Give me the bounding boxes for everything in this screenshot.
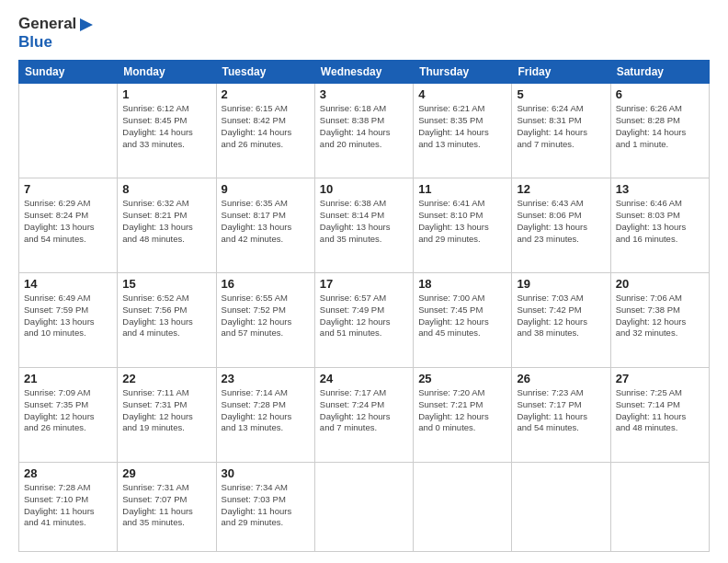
calendar-week-row: 28Sunrise: 7:28 AM Sunset: 7:10 PM Dayli… [19, 462, 710, 551]
day-info: Sunrise: 7:28 AM Sunset: 7:10 PM Dayligh… [24, 482, 112, 529]
day-number: 21 [24, 372, 112, 385]
day-number: 9 [222, 182, 310, 196]
day-number: 27 [616, 372, 704, 385]
day-info: Sunrise: 7:11 AM Sunset: 7:31 PM Dayligh… [122, 387, 210, 434]
calendar-cell: 22Sunrise: 7:11 AM Sunset: 7:31 PM Dayli… [118, 368, 216, 463]
day-number: 12 [517, 182, 605, 196]
day-number: 2 [222, 87, 310, 101]
svg-marker-0 [80, 18, 93, 31]
day-info: Sunrise: 6:18 AM Sunset: 8:38 PM Dayligh… [320, 103, 408, 150]
calendar-cell: 24Sunrise: 7:17 AM Sunset: 7:24 PM Dayli… [314, 368, 413, 463]
calendar-cell: 6Sunrise: 6:26 AM Sunset: 8:28 PM Daylig… [610, 84, 709, 178]
logo-general: General [18, 15, 95, 33]
calendar-cell: 19Sunrise: 7:03 AM Sunset: 7:42 PM Dayli… [512, 273, 610, 368]
calendar-cell [314, 462, 413, 551]
calendar-cell: 7Sunrise: 6:29 AM Sunset: 8:24 PM Daylig… [19, 178, 118, 273]
day-number: 4 [418, 87, 506, 101]
day-number: 15 [122, 277, 210, 291]
day-info: Sunrise: 6:57 AM Sunset: 7:49 PM Dayligh… [320, 293, 408, 339]
weekday-header-row: SundayMondayTuesdayWednesdayThursdayFrid… [19, 61, 710, 84]
day-info: Sunrise: 6:24 AM Sunset: 8:31 PM Dayligh… [517, 103, 605, 150]
day-info: Sunrise: 6:38 AM Sunset: 8:14 PM Dayligh… [320, 198, 408, 245]
day-number: 16 [222, 277, 310, 291]
day-info: Sunrise: 6:26 AM Sunset: 8:28 PM Dayligh… [616, 103, 704, 150]
weekday-header: Monday [118, 61, 216, 84]
day-number: 22 [122, 372, 210, 385]
calendar-cell: 15Sunrise: 6:52 AM Sunset: 7:56 PM Dayli… [118, 273, 216, 368]
day-number: 5 [517, 87, 605, 101]
calendar: SundayMondayTuesdayWednesdayThursdayFrid… [18, 60, 710, 552]
calendar-cell: 10Sunrise: 6:38 AM Sunset: 8:14 PM Dayli… [314, 178, 413, 273]
calendar-week-row: 7Sunrise: 6:29 AM Sunset: 8:24 PM Daylig… [19, 178, 710, 273]
day-number: 25 [418, 372, 506, 385]
calendar-cell: 30Sunrise: 7:34 AM Sunset: 7:03 PM Dayli… [216, 462, 314, 551]
calendar-cell: 20Sunrise: 7:06 AM Sunset: 7:38 PM Dayli… [610, 273, 709, 368]
weekday-header: Wednesday [314, 61, 413, 84]
header: General Blue [18, 15, 710, 51]
weekday-header: Saturday [610, 61, 709, 84]
day-info: Sunrise: 7:17 AM Sunset: 7:24 PM Dayligh… [320, 387, 408, 434]
day-info: Sunrise: 7:23 AM Sunset: 7:17 PM Dayligh… [517, 387, 605, 434]
day-number: 13 [616, 182, 704, 196]
calendar-cell: 5Sunrise: 6:24 AM Sunset: 8:31 PM Daylig… [512, 84, 610, 178]
day-info: Sunrise: 6:41 AM Sunset: 8:10 PM Dayligh… [418, 198, 506, 245]
day-info: Sunrise: 7:34 AM Sunset: 7:03 PM Dayligh… [222, 482, 310, 529]
day-number: 26 [517, 372, 605, 385]
calendar-cell [414, 462, 512, 551]
logo-wordmark: General Blue [18, 15, 95, 51]
calendar-cell: 23Sunrise: 7:14 AM Sunset: 7:28 PM Dayli… [216, 368, 314, 463]
weekday-header: Tuesday [216, 61, 314, 84]
calendar-week-row: 1Sunrise: 6:12 AM Sunset: 8:45 PM Daylig… [19, 84, 710, 178]
day-info: Sunrise: 7:06 AM Sunset: 7:38 PM Dayligh… [616, 293, 704, 339]
calendar-cell [19, 84, 118, 178]
day-number: 7 [24, 182, 112, 196]
day-number: 6 [616, 87, 704, 101]
day-number: 8 [122, 182, 210, 196]
day-number: 23 [222, 372, 310, 385]
day-info: Sunrise: 6:52 AM Sunset: 7:56 PM Dayligh… [122, 293, 210, 339]
calendar-week-row: 21Sunrise: 7:09 AM Sunset: 7:35 PM Dayli… [19, 368, 710, 463]
day-info: Sunrise: 6:35 AM Sunset: 8:17 PM Dayligh… [222, 198, 310, 245]
day-number: 17 [320, 277, 408, 291]
calendar-cell [610, 462, 709, 551]
page: General Blue SundayMondayTuesdayWednesda… [0, 0, 728, 563]
calendar-cell: 29Sunrise: 7:31 AM Sunset: 7:07 PM Dayli… [118, 462, 216, 551]
calendar-cell: 1Sunrise: 6:12 AM Sunset: 8:45 PM Daylig… [118, 84, 216, 178]
calendar-cell: 11Sunrise: 6:41 AM Sunset: 8:10 PM Dayli… [414, 178, 512, 273]
calendar-cell: 13Sunrise: 6:46 AM Sunset: 8:03 PM Dayli… [610, 178, 709, 273]
calendar-cell: 25Sunrise: 7:20 AM Sunset: 7:21 PM Dayli… [414, 368, 512, 463]
calendar-cell: 8Sunrise: 6:32 AM Sunset: 8:21 PM Daylig… [118, 178, 216, 273]
day-number: 1 [122, 87, 210, 101]
day-number: 30 [222, 466, 310, 480]
day-info: Sunrise: 6:55 AM Sunset: 7:52 PM Dayligh… [222, 293, 310, 339]
day-info: Sunrise: 6:49 AM Sunset: 7:59 PM Dayligh… [24, 293, 112, 339]
day-info: Sunrise: 6:46 AM Sunset: 8:03 PM Dayligh… [616, 198, 704, 245]
day-number: 28 [24, 466, 112, 480]
day-info: Sunrise: 7:03 AM Sunset: 7:42 PM Dayligh… [517, 293, 605, 339]
calendar-cell: 14Sunrise: 6:49 AM Sunset: 7:59 PM Dayli… [19, 273, 118, 368]
day-info: Sunrise: 6:15 AM Sunset: 8:42 PM Dayligh… [222, 103, 310, 150]
day-number: 29 [122, 466, 210, 480]
day-number: 18 [418, 277, 506, 291]
calendar-cell: 18Sunrise: 7:00 AM Sunset: 7:45 PM Dayli… [414, 273, 512, 368]
day-info: Sunrise: 6:21 AM Sunset: 8:35 PM Dayligh… [418, 103, 506, 150]
day-info: Sunrise: 7:14 AM Sunset: 7:28 PM Dayligh… [222, 387, 310, 434]
day-info: Sunrise: 6:29 AM Sunset: 8:24 PM Dayligh… [24, 198, 112, 245]
calendar-cell: 4Sunrise: 6:21 AM Sunset: 8:35 PM Daylig… [414, 84, 512, 178]
calendar-cell: 28Sunrise: 7:28 AM Sunset: 7:10 PM Dayli… [19, 462, 118, 551]
calendar-cell: 12Sunrise: 6:43 AM Sunset: 8:06 PM Dayli… [512, 178, 610, 273]
day-number: 14 [24, 277, 112, 291]
logo-blue: Blue [18, 33, 95, 52]
weekday-header: Sunday [19, 61, 118, 84]
day-info: Sunrise: 7:00 AM Sunset: 7:45 PM Dayligh… [418, 293, 506, 339]
weekday-header: Thursday [414, 61, 512, 84]
day-info: Sunrise: 7:20 AM Sunset: 7:21 PM Dayligh… [418, 387, 506, 434]
calendar-cell: 21Sunrise: 7:09 AM Sunset: 7:35 PM Dayli… [19, 368, 118, 463]
day-info: Sunrise: 6:32 AM Sunset: 8:21 PM Dayligh… [122, 198, 210, 245]
day-number: 24 [320, 372, 408, 385]
weekday-header: Friday [512, 61, 610, 84]
day-number: 3 [320, 87, 408, 101]
calendar-cell: 27Sunrise: 7:25 AM Sunset: 7:14 PM Dayli… [610, 368, 709, 463]
calendar-cell: 17Sunrise: 6:57 AM Sunset: 7:49 PM Dayli… [314, 273, 413, 368]
logo: General Blue [18, 15, 95, 51]
